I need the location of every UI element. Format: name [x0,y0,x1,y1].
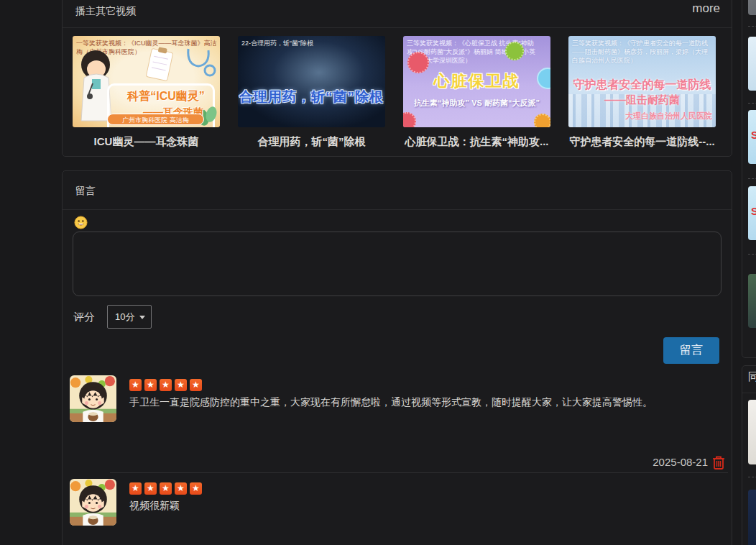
star-icon: ★ [129,482,142,495]
smiley-face-icon[interactable] [74,216,88,229]
germ-icon [534,114,550,127]
comment-divider [110,472,728,473]
video-thumbnail-rational-medication[interactable]: 22-合理用药，斩“菌”除根 合理用药，斩“菌”除根 [238,36,385,127]
comments-panel: 留言 评分 10分 留言 [62,170,732,545]
video-title[interactable]: 心脏保卫战：抗生素“神助攻... [403,135,550,149]
sidebar-section-title: 同类视频 [748,370,756,384]
list-divider [748,103,756,104]
comments-title: 留言 [75,185,96,198]
sidebar-video-thumbnail[interactable] [748,490,756,545]
sidebar-video-thumbnail[interactable] [748,0,756,15]
header-divider [63,209,732,210]
rating-select[interactable]: 10分 [107,305,152,329]
stethoscope-icon [181,46,217,79]
thumb-caption: 三等奖获奖视频：《守护患者安全的每一道防线——阻击耐药菌》杨彦芬，段丽屏，梁婷（… [572,39,713,65]
thumb-main-text: 守护患者安全的每一道防线 [568,78,716,93]
sidebar-related-panel: 同类视频 [742,365,756,545]
video-title[interactable]: 合理用药，斩“菌”除根 [238,135,385,149]
list-divider [748,178,756,179]
thumb-caption: 22-合理用药，斩“菌”除根 [241,39,382,47]
video-title[interactable]: 守护患者安全的每一道防线--... [568,135,716,149]
other-videos-title: 播主其它视频 [75,5,136,18]
chevron-down-icon [139,316,145,319]
clipboard-icon [143,46,176,83]
trash-icon[interactable] [712,455,725,470]
video-thumbnail-heart-defense[interactable]: 三等奖获奖视频：《心脏保卫战 抗生素“神助攻”VS耐药菌“大反派”》杨丽娟 简雄… [403,36,550,127]
comment-date: 2025-08-21 [653,456,708,468]
more-link[interactable]: more [692,1,720,16]
star-rating: ★★★★★ [129,482,202,495]
comment-text: 手卫生一直是院感防控的重中之重，大家现在有所懈怠啦，通过视频等形式宣教，随时提醒… [129,395,717,409]
comment-input[interactable] [73,232,722,296]
star-icon: ★ [160,379,172,391]
comment-text: 视频很新颖 [129,499,717,513]
sidebar-video-thumbnail[interactable]: S [748,186,756,240]
sidebar-video-thumbnail[interactable] [748,274,756,328]
star-icon: ★ [144,379,157,391]
header-divider [63,27,732,28]
star-icon: ★ [190,379,202,391]
header-divider [742,393,756,393]
video-thumbnail-patient-safety[interactable]: 三等奖获奖视频：《守护患者安全的每一道防线——阻击耐药菌》杨彦芬，段丽屏，梁婷（… [568,36,716,127]
video-thumbnail-icu-candida[interactable]: 一等奖获奖视频：《ICU幽灵——耳念珠菌》高洁梅（广州市胸科医院） [73,36,220,127]
list-divider [748,477,756,477]
avatar [70,375,116,422]
thumb-main-text: 科普“ICU幽灵” [116,89,216,104]
germ-icon [403,112,416,127]
sidebar-video-list: S S [742,0,756,358]
germ-icon [505,42,524,60]
thumb-banner: 广州市胸科医院 高洁梅 [107,114,204,125]
star-icon: ★ [144,482,157,495]
smoke-effect [238,36,385,127]
rating-label: 评分 [73,311,95,324]
thumb-main-text: 心脏保卫战 [403,70,550,92]
star-icon: ★ [190,482,202,495]
avatar [70,479,116,526]
video-title[interactable]: ICU幽灵——耳念珠菌 [73,135,220,149]
video-detail-page: 播主其它视频 more 一等奖获奖视频：《ICU幽灵——耳念珠菌》高洁梅（广州市… [0,0,756,545]
sidebar-video-thumbnail[interactable]: S [748,110,756,164]
star-icon: ★ [175,379,187,391]
thumb-main-text: 合理用药，斩“菌”除根 [238,88,385,106]
star-icon: ★ [129,379,142,391]
thumb-sub-text: 抗生素“神助攻” VS 耐药菌“大反派” [403,98,550,109]
thumb-hospital-name: 大理白族自治州人民医院 [625,111,712,122]
rating-value: 10分 [115,311,134,322]
list-divider [748,26,756,27]
list-divider [748,254,756,255]
star-icon: ★ [175,482,187,495]
thumb-sub-text: ——阻击耐药菌 [568,93,716,107]
sidebar-video-thumbnail[interactable] [748,37,756,91]
sidebar-video-thumbnail[interactable] [748,400,756,464]
star-rating: ★★★★★ [129,379,202,391]
star-icon: ★ [160,482,172,495]
other-videos-panel: 播主其它视频 more 一等奖获奖视频：《ICU幽灵——耳念珠菌》高洁梅（广州市… [62,0,732,157]
submit-comment-button[interactable]: 留言 [663,337,719,364]
